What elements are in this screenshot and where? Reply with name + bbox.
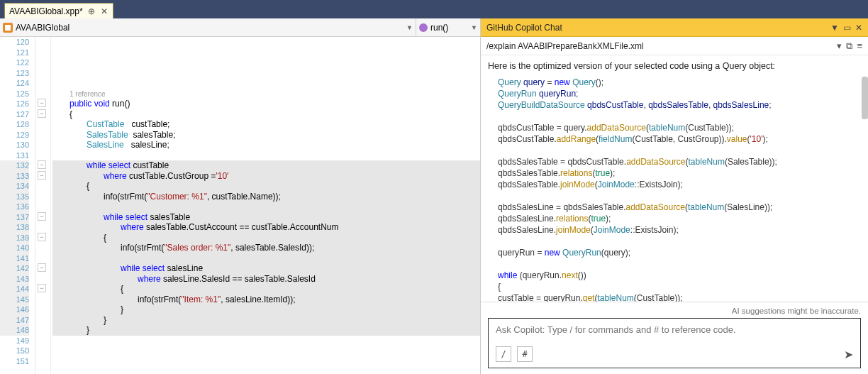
copilot-context-text: /explain AVAABIPrepareBankXMLFile.xml: [486, 41, 644, 51]
code-line[interactable]: public void run(): [52, 99, 480, 109]
copilot-code-line: custTable = queryRun.get(tableNum(CustTa…: [498, 292, 861, 302]
chevron-down-icon[interactable]: ▼: [830, 23, 839, 33]
code-line[interactable]: info(strFmt("Item: %1", salesLine.ItemId…: [52, 295, 480, 305]
scrollbar-thumb[interactable]: [862, 77, 868, 119]
settings-icon[interactable]: ≡: [857, 40, 862, 51]
method-icon: [419, 23, 428, 32]
code-line[interactable]: [52, 202, 480, 212]
code-line[interactable]: }: [52, 304, 480, 315]
class-combo-label: AVAABIGlobal: [16, 23, 69, 33]
chevron-down-icon: ▼: [406, 24, 413, 31]
fold-toggle[interactable]: −: [38, 109, 46, 118]
copilot-code-line: [498, 258, 861, 270]
copilot-code-line: [498, 190, 861, 202]
code-line[interactable]: info(strFmt("Sales order: %1", salesTabl…: [52, 243, 480, 253]
code-line[interactable]: info(strFmt("Customer: %1", custTable.Na…: [52, 192, 480, 202]
chevron-down-icon: ▼: [471, 24, 477, 31]
navigation-bar: AVAABIGlobal ▼ run() ▼: [0, 18, 480, 37]
code-line[interactable]: [52, 68, 480, 79]
code-line[interactable]: SalesTable salesTable;: [52, 130, 480, 141]
hash-chip[interactable]: #: [517, 346, 533, 362]
copilot-code-line: while (queryRun.next()): [498, 270, 861, 281]
code-line[interactable]: [52, 253, 480, 264]
copilot-code-line: qbdsSalesTable = qbdsCustTable.addDataSo…: [498, 156, 861, 167]
copilot-code-line: qbdsCustTable = query.addDataSource(tabl…: [498, 122, 861, 133]
close-icon[interactable]: ✕: [100, 7, 108, 16]
copilot-input[interactable]: [496, 324, 853, 335]
fold-toggle[interactable]: −: [38, 171, 46, 180]
class-icon: [3, 23, 13, 33]
file-tab[interactable]: AVAABIGlobal.xpp* ⊕ ✕: [4, 3, 113, 18]
fold-toggle[interactable]: −: [38, 160, 46, 169]
close-icon[interactable]: ✕: [855, 23, 862, 33]
fold-gutter: −−−−−−−−: [35, 37, 51, 374]
fold-toggle[interactable]: −: [38, 212, 46, 221]
copilot-code-line: QueryRun queryRun;: [498, 88, 861, 99]
fold-toggle[interactable]: −: [38, 99, 46, 107]
fold-toggle[interactable]: −: [38, 263, 46, 272]
copilot-code-line: qbdsSalesLine.joinMode(JoinMode::ExistsJ…: [498, 224, 861, 236]
code-line[interactable]: {: [52, 284, 480, 295]
copilot-disclaimer: AI suggestions might be inaccurate.: [488, 307, 861, 315]
copilot-ask-box: / # ➤: [488, 318, 861, 368]
code-line[interactable]: where custTable.CustGroup ='10': [52, 171, 480, 182]
code-line[interactable]: while select salesTable: [52, 212, 480, 223]
fold-toggle[interactable]: −: [38, 284, 46, 292]
copilot-code-line: qbdsSalesLine.relations(true);: [498, 213, 861, 224]
copilot-code-line: [498, 111, 861, 122]
copilot-code-line: Query query = new Query();: [498, 77, 861, 88]
copilot-body: Here is the optimized version of your se…: [481, 55, 868, 302]
code-line[interactable]: [52, 57, 480, 68]
code-line[interactable]: where salesTable.CustAccount == custTabl…: [52, 222, 480, 233]
copilot-title-label: GitHub Copilot Chat: [486, 23, 562, 33]
editor-pane: AVAABIGlobal ▼ run() ▼ 12012112212312412…: [0, 18, 481, 374]
class-combo[interactable]: AVAABIGlobal ▼: [0, 18, 416, 36]
copilot-code-line: QueryBuildDataSource qbdsCustTable, qbds…: [498, 99, 861, 111]
code-line[interactable]: [52, 346, 480, 356]
code-lines[interactable]: 1 referencepublic void run(){CustTable c…: [51, 37, 480, 374]
clipboard-icon[interactable]: ⧉: [846, 40, 852, 52]
copilot-code-line: queryRun = new QueryRun(query);: [498, 247, 861, 258]
code-line[interactable]: }: [52, 315, 480, 326]
code-line[interactable]: {: [52, 109, 480, 120]
copilot-pane: GitHub Copilot Chat ▼ ▭ ✕ /explain AVAAB…: [481, 18, 868, 374]
code-line[interactable]: [52, 356, 480, 367]
slash-chip[interactable]: /: [496, 346, 511, 362]
copilot-code-block[interactable]: Query query = new Query();QueryRun query…: [498, 77, 861, 302]
code-line[interactable]: [52, 336, 480, 346]
code-line[interactable]: where salesLine.SalesId == salesTable.Sa…: [52, 274, 480, 285]
copilot-code-line: {: [498, 281, 861, 292]
code-line[interactable]: [52, 78, 480, 89]
code-line[interactable]: }: [52, 325, 480, 336]
code-line[interactable]: [52, 150, 480, 161]
code-line[interactable]: SalesLine salesLine;: [52, 140, 480, 150]
copilot-code-line: qbdsSalesTable.relations(true);: [498, 167, 861, 179]
code-editor[interactable]: 1201211221231241251261271281291301311321…: [0, 37, 480, 374]
tab-bar: AVAABIGlobal.xpp* ⊕ ✕: [0, 0, 868, 18]
code-line[interactable]: CustTable custTable;: [52, 119, 480, 130]
copilot-code-line: [498, 236, 861, 247]
code-line[interactable]: while select salesLine: [52, 263, 480, 274]
copilot-titlebar: GitHub Copilot Chat ▼ ▭ ✕: [481, 18, 868, 37]
copilot-code-line: qbdsSalesTable.joinMode(JoinMode::Exists…: [498, 179, 861, 190]
copilot-code-line: [498, 145, 861, 156]
code-line[interactable]: [52, 37, 480, 48]
code-line[interactable]: 1 reference: [52, 89, 480, 99]
code-line[interactable]: {: [52, 181, 480, 192]
send-icon[interactable]: ➤: [844, 348, 853, 361]
method-combo[interactable]: run() ▼: [416, 18, 480, 36]
code-line[interactable]: [52, 366, 480, 374]
pin-icon[interactable]: ⊕: [87, 7, 96, 16]
fold-toggle[interactable]: −: [38, 233, 46, 241]
copilot-input-area: AI suggestions might be inaccurate. / # …: [481, 302, 868, 374]
copilot-code-line: qbdsSalesLine = qbdsSalesTable.addDataSo…: [498, 202, 861, 213]
code-line[interactable]: while select custTable: [52, 160, 480, 171]
method-combo-label: run(): [430, 23, 448, 33]
chevron-down-icon[interactable]: ▾: [837, 40, 842, 51]
file-tab-label: AVAABIGlobal.xpp*: [9, 6, 83, 16]
copilot-intro-text: Here is the optimized version of your se…: [488, 61, 861, 71]
window-icon[interactable]: ▭: [843, 23, 851, 33]
code-line[interactable]: {: [52, 233, 480, 243]
code-line[interactable]: [52, 48, 480, 58]
copilot-code-line: qbdsCustTable.addRange(fieldNum(CustTabl…: [498, 133, 861, 145]
